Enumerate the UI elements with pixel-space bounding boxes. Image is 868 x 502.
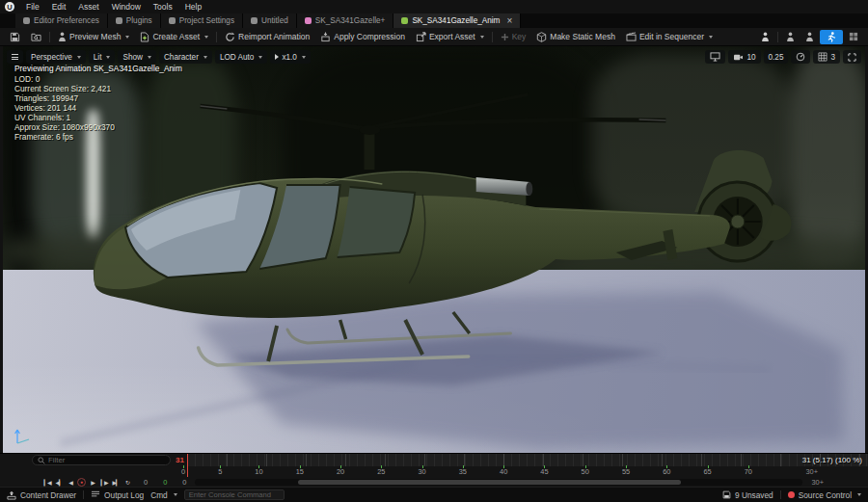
tab-label: Plugins — [126, 16, 152, 25]
content-drawer-button[interactable]: Content Drawer — [7, 490, 76, 500]
tab-plugins[interactable]: Plugins — [108, 13, 161, 28]
preview-mesh-button[interactable]: Preview Mesh — [53, 28, 134, 46]
character-a-button[interactable] — [781, 28, 800, 46]
view-mode-dropdown[interactable]: Lit — [89, 50, 116, 64]
chevron-down-icon — [204, 36, 208, 39]
character-icon — [786, 32, 795, 42]
playhead[interactable] — [187, 454, 188, 477]
content-drawer-icon — [7, 490, 16, 500]
create-asset-button[interactable]: Create Asset — [135, 28, 213, 46]
close-tab-icon[interactable]: × — [506, 16, 512, 26]
maximize-viewport-button[interactable] — [843, 50, 861, 64]
tab-editor-preferences[interactable]: Editor Preferences — [15, 13, 108, 28]
go-to-front-button[interactable]: ▎◀ — [42, 477, 52, 487]
tab-label: SK_SA341Gazelle_Anim — [412, 16, 500, 25]
grid-snap-button[interactable]: 3 — [813, 50, 840, 64]
unreal-logo-icon[interactable]: U — [5, 2, 14, 12]
step-forward-button[interactable]: ▎▶ — [99, 477, 109, 487]
tab-bar: Editor Preferences Plugins Project Setti… — [0, 13, 868, 28]
console-command-field[interactable] — [184, 489, 285, 500]
show-dropdown[interactable]: Show — [118, 50, 155, 64]
separator — [777, 32, 778, 42]
camera-speed-button[interactable]: 10 — [728, 50, 760, 64]
separator — [780, 490, 781, 499]
chevron-down-icon — [148, 56, 151, 59]
go-to-end-button[interactable]: ▶▎ — [111, 477, 121, 487]
animation-mode-button[interactable] — [820, 30, 843, 44]
browse-button[interactable] — [26, 28, 46, 46]
screen-percentage-button[interactable] — [791, 50, 810, 64]
range-end-label: 30+ — [805, 467, 818, 476]
button-label: Key — [512, 32, 527, 41]
tab-skeletal-mesh[interactable]: SK_SA341Gazelle+ — [297, 13, 394, 28]
create-asset-icon — [140, 32, 149, 42]
character-b-button[interactable] — [800, 28, 819, 46]
asset-toolbar: Preview Mesh Create Asset Reimport Anima… — [0, 28, 868, 46]
monitor-icon — [710, 52, 720, 62]
lod-dropdown[interactable]: LOD Auto — [215, 50, 268, 64]
make-static-mesh-button[interactable]: Make Static Mesh — [531, 28, 620, 46]
frame-label: 25 — [377, 467, 385, 476]
playback-speed-dropdown[interactable]: x1.0 — [270, 50, 310, 64]
lod-stat: LOD: 0 — [14, 74, 182, 84]
realtime-button[interactable] — [705, 50, 725, 64]
loop-button[interactable]: ↻ — [122, 477, 132, 487]
tab-animation-active[interactable]: SK_SA341Gazelle_Anim × — [393, 13, 521, 28]
tab-untitled-level[interactable]: Untitled — [243, 13, 297, 28]
viewport-options-button[interactable] — [7, 50, 23, 64]
separator — [492, 32, 493, 42]
speed-scalar-value: 0.25 — [769, 53, 784, 62]
play-button[interactable]: ▶ — [88, 477, 97, 487]
unreal-editor-window: U File Edit Asset Window Tools Help Edit… — [0, 0, 868, 502]
frame-label: 0 — [181, 467, 185, 476]
time-ruler[interactable]: 31 (5.17) (100 %) — [187, 454, 868, 466]
apply-compression-button[interactable]: Apply Compression — [315, 28, 410, 46]
timeline-scrollbar[interactable] — [195, 479, 802, 486]
speed-scalar-button[interactable]: 0.25 — [764, 50, 789, 64]
menu-asset[interactable]: Asset — [72, 0, 104, 13]
menu-tools[interactable]: Tools — [148, 0, 178, 13]
save-button[interactable] — [5, 28, 25, 46]
tab-project-settings[interactable]: Project Settings — [161, 13, 243, 28]
unsaved-button[interactable]: 9 Unsaved — [722, 490, 773, 500]
character-dropdown[interactable]: Character — [159, 50, 212, 64]
vertices-stat: Vertices: 201 144 — [14, 103, 182, 113]
button-label: Make Static Mesh — [550, 32, 615, 41]
plug-icon — [116, 17, 122, 24]
curve-values: 0 0 0 — [144, 478, 186, 487]
preview-mesh-icon — [58, 32, 67, 42]
curve-value: 0 — [182, 478, 186, 487]
animation-timeline: 31 31 (5.17) (100 %) 0 5 10 15 20 25 30 … — [0, 453, 868, 487]
perspective-dropdown[interactable]: Perspective — [26, 50, 86, 64]
scrollbar-thumb[interactable] — [298, 480, 681, 485]
timeline-filter[interactable] — [32, 455, 171, 465]
filter-input[interactable] — [48, 456, 165, 464]
output-log-button[interactable]: Output Log — [91, 490, 144, 500]
playhead-frame-label: 31 — [176, 456, 184, 464]
console-input[interactable] — [189, 490, 280, 499]
reimport-animation-button[interactable]: Reimport Animation — [220, 28, 314, 46]
framerate-stat: Framerate: 6 fps — [14, 132, 182, 142]
layout-button[interactable] — [844, 28, 863, 46]
menu-window[interactable]: Window — [106, 0, 147, 13]
export-asset-button[interactable]: Export Asset — [411, 28, 489, 46]
button-label: Preview Mesh — [69, 32, 121, 41]
viewport-3d[interactable]: Perspective Lit Show Character LOD Auto … — [3, 46, 865, 453]
hamburger-icon — [12, 54, 18, 60]
button-label: Cmd — [150, 490, 168, 500]
step-backward-button[interactable]: ◀▎ — [54, 477, 64, 487]
menu-edit[interactable]: Edit — [46, 0, 72, 13]
time-readout: 31 (5.17) (100 %) — [802, 456, 862, 464]
save-icon — [722, 490, 731, 499]
menu-file[interactable]: File — [20, 0, 45, 13]
edit-in-sequencer-button[interactable]: Edit in Sequencer — [621, 28, 718, 46]
preview-character-button[interactable] — [756, 28, 774, 46]
frame-label: 30 — [418, 467, 425, 476]
record-button[interactable]: ● — [77, 478, 86, 487]
status-bar: Content Drawer Output Log Cmd 9 Unsaved … — [0, 487, 868, 502]
button-label: Apply Compression — [334, 32, 405, 41]
cmd-dropdown[interactable]: Cmd — [150, 490, 177, 500]
source-control-button[interactable]: Source Control — [788, 490, 861, 500]
menu-help[interactable]: Help — [179, 0, 207, 13]
play-reverse-button[interactable]: ◀ — [66, 477, 75, 487]
